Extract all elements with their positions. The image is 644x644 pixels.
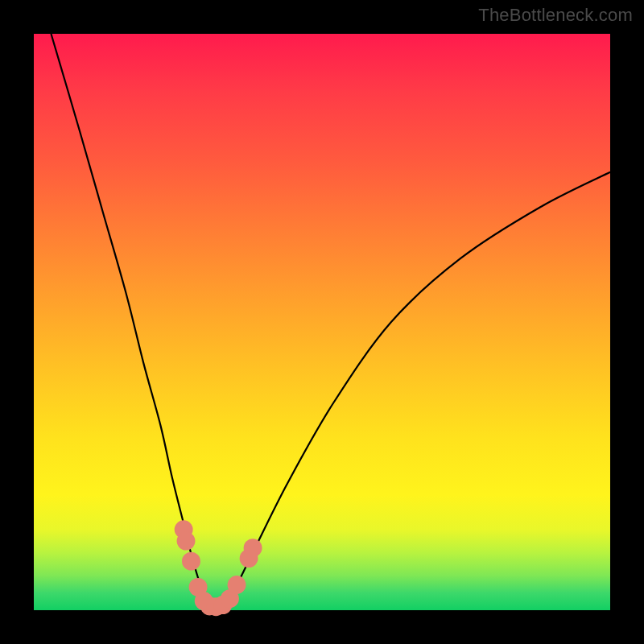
data-marker bbox=[182, 552, 200, 571]
marker-group bbox=[175, 520, 262, 616]
chart-frame: TheBottleneck.com bbox=[0, 0, 644, 644]
data-marker bbox=[228, 576, 246, 594]
bottleneck-curve bbox=[51, 34, 610, 609]
data-marker bbox=[244, 539, 262, 557]
data-marker bbox=[177, 532, 196, 551]
watermark-text: TheBottleneck.com bbox=[478, 5, 633, 26]
chart-svg bbox=[34, 34, 610, 610]
